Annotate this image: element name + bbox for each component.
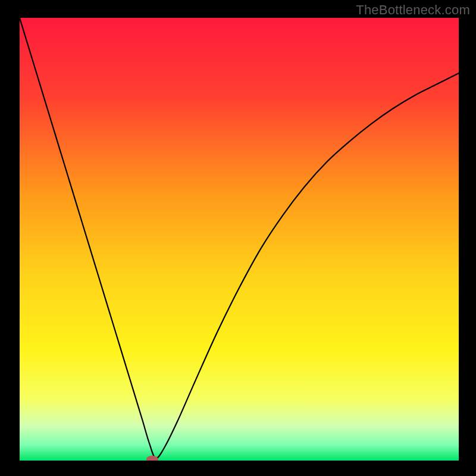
gradient-background — [20, 18, 459, 461]
watermark-text: TheBottleneck.com — [356, 2, 470, 18]
chart-frame: TheBottleneck.com — [0, 0, 476, 476]
bottleneck-chart — [0, 0, 476, 476]
min-marker — [146, 456, 158, 463]
